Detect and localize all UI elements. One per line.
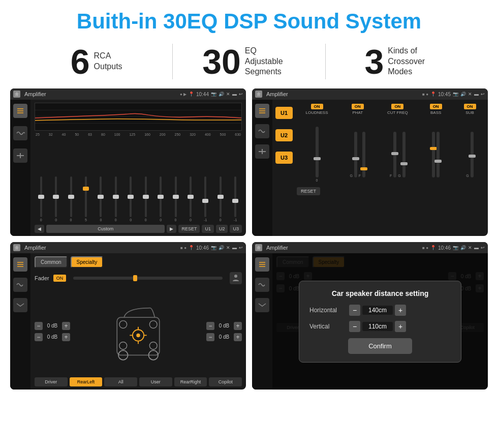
distance-side-panel — [252, 253, 272, 390]
loudness-slider[interactable] — [316, 127, 319, 177]
fader-wave-icon[interactable] — [13, 278, 27, 292]
fader-sliders-icon[interactable] — [13, 257, 27, 272]
db-fl-plus[interactable]: + — [62, 322, 70, 330]
back-icon-2[interactable]: ↩ — [481, 92, 485, 97]
svg-point-21 — [119, 320, 127, 328]
eq-slider-3: 5 — [79, 176, 92, 222]
back-icon-1[interactable]: ↩ — [239, 92, 243, 97]
db-rr-value: 0 dB — [216, 334, 232, 340]
all-button[interactable]: All — [104, 377, 137, 386]
tab-specialty[interactable]: Specialty — [71, 256, 104, 268]
close-icon-3[interactable]: ✕ — [226, 245, 230, 250]
eq-next-button[interactable]: ▶ — [167, 225, 176, 233]
horizontal-minus-button[interactable]: − — [349, 305, 360, 316]
vertical-stepper: − 110cm + — [349, 321, 406, 332]
app-name-1: Amplifier — [24, 91, 178, 97]
eq-u2-button[interactable]: U2 — [216, 225, 228, 233]
horizontal-plus-button[interactable]: + — [395, 305, 406, 316]
rearright-button[interactable]: RearRight — [174, 377, 207, 386]
copilot-button[interactable]: Copilot — [209, 377, 242, 386]
loudness-on-badge[interactable]: ON — [311, 104, 323, 109]
db-rl-minus[interactable]: − — [35, 333, 43, 341]
vertical-minus-button[interactable]: − — [349, 321, 360, 332]
cross-balance-icon[interactable] — [255, 144, 269, 159]
home-icon-4[interactable] — [255, 244, 262, 251]
db-fr-minus[interactable]: − — [206, 322, 214, 330]
u3-select-button[interactable]: U3 — [275, 152, 293, 164]
back-icon-4[interactable]: ↩ — [481, 245, 485, 250]
svg-point-23 — [119, 342, 127, 349]
cutfreq-on-badge[interactable]: ON — [391, 104, 403, 109]
bass-slider2[interactable] — [437, 132, 440, 177]
bass-on-badge[interactable]: ON — [430, 104, 442, 109]
distance-content: Common Specialty −0 dB+ −0 dB+ −0 dB+ −0… — [252, 253, 488, 390]
minimize-icon-1[interactable]: ▬ — [232, 92, 237, 97]
page-title: Buith-in 30EQ DSP Sound System — [0, 0, 498, 39]
driver-button[interactable]: Driver — [35, 377, 68, 386]
dist-expand-icon[interactable] — [255, 298, 269, 312]
eq-slider-0: 0 — [35, 176, 47, 222]
cutfreq-g-slider[interactable] — [402, 132, 406, 177]
cutfreq-f-slider[interactable] — [393, 132, 396, 177]
minimize-icon-2[interactable]: ▬ — [474, 92, 479, 97]
close-icon-4[interactable]: ✕ — [468, 245, 472, 250]
phat-on-badge[interactable]: ON — [352, 104, 364, 109]
db-rr-plus[interactable]: + — [234, 333, 242, 341]
eq-sliders-icon[interactable] — [13, 104, 27, 118]
home-icon-1[interactable] — [13, 91, 20, 98]
eq-balance-icon[interactable] — [13, 148, 27, 163]
cross-wave-icon[interactable] — [255, 124, 269, 138]
eq-wave-icon[interactable] — [13, 126, 27, 140]
phat-g-slider[interactable] — [354, 132, 357, 177]
u2-select-button[interactable]: U2 — [275, 129, 293, 141]
close-icon-1[interactable]: ✕ — [226, 92, 230, 97]
status-icons-3: 📍 10:46 📷 🔊 ✕ ▬ ↩ — [189, 245, 243, 251]
dot-indicators-3: ■ ● — [180, 246, 186, 250]
sub-on-badge[interactable]: ON — [464, 104, 476, 109]
eq-reset-button[interactable]: RESET — [178, 225, 200, 233]
bass-slider1[interactable] — [432, 132, 435, 177]
rearleft-button[interactable]: RearLeft — [70, 377, 103, 386]
dialog-horizontal-row: Horizontal − 140cm + — [309, 305, 451, 316]
location-icon-2: 📍 — [430, 92, 436, 97]
db-rl-plus[interactable]: + — [62, 333, 70, 341]
home-icon-2[interactable] — [255, 91, 262, 98]
dist-sliders-icon[interactable] — [255, 257, 269, 272]
eq-prev-button[interactable]: ◀ — [35, 225, 44, 233]
sub-g-slider[interactable] — [471, 132, 474, 177]
back-icon-3[interactable]: ↩ — [239, 245, 243, 250]
dist-wave-icon[interactable] — [255, 278, 269, 292]
volume-icon-1: 🔊 — [219, 92, 224, 97]
fader-person-icon[interactable] — [230, 272, 242, 284]
crossover-reset-button[interactable]: RESET — [297, 187, 320, 195]
u-buttons-group: U1 U2 U3 — [275, 102, 293, 234]
time-2: 10:45 — [438, 92, 451, 97]
eq-slider-4: 0 — [95, 176, 107, 222]
stat-crossover-text: Kinds ofCrossover Modes — [388, 46, 439, 77]
user-button[interactable]: User — [139, 377, 172, 386]
db-fr-value: 0 dB — [216, 323, 232, 328]
cross-sliders-icon[interactable] — [255, 104, 269, 118]
distance-main-area: Common Specialty −0 dB+ −0 dB+ −0 dB+ −0… — [272, 253, 488, 390]
eq-content: 253240506380100125160200250320400500630 … — [10, 100, 246, 236]
vertical-plus-button[interactable]: + — [395, 321, 406, 332]
eq-u1-button[interactable]: U1 — [202, 225, 214, 233]
u1-select-button[interactable]: U1 — [275, 107, 293, 119]
fader-expand-icon[interactable] — [13, 298, 27, 312]
minimize-icon-4[interactable]: ▬ — [474, 245, 479, 250]
db-fl-minus[interactable]: − — [35, 322, 43, 330]
confirm-button[interactable]: Confirm — [348, 338, 412, 354]
db-fr-plus[interactable]: + — [234, 322, 242, 330]
home-icon-3[interactable] — [13, 244, 20, 251]
tab-common[interactable]: Common — [35, 256, 68, 268]
eq-u3-button[interactable]: U3 — [230, 225, 242, 233]
eq-frequency-labels: 253240506380100125160200250320400500630 — [35, 133, 242, 136]
eq-preset-label[interactable]: Custom — [46, 225, 165, 233]
db-rr-minus[interactable]: − — [206, 333, 214, 341]
phat-f-slider[interactable] — [362, 132, 365, 177]
minimize-icon-3[interactable]: ▬ — [232, 245, 237, 250]
close-icon-2[interactable]: ✕ — [468, 92, 472, 97]
fader-on-toggle[interactable]: ON — [53, 275, 67, 282]
horizontal-value: 140cm — [362, 306, 393, 315]
svg-rect-13 — [262, 149, 263, 154]
